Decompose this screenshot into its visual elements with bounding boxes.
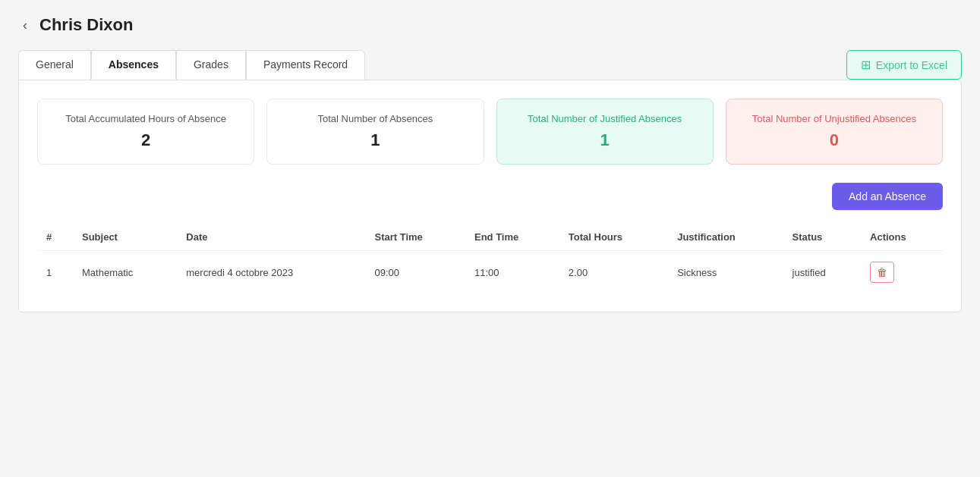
stat-justified-value: 1 (512, 130, 698, 150)
col-header-start-time: Start Time (366, 224, 465, 251)
stat-unjustified-value: 0 (742, 130, 927, 150)
cell-start-time: 09:00 (366, 251, 465, 294)
stat-accumulated-hours-label: Total Accumulated Hours of Absence (53, 113, 238, 124)
tab-general[interactable]: General (18, 50, 91, 80)
table-header-row: # Subject Date Start Time End Time Total… (37, 224, 943, 251)
stat-unjustified-label: Total Number of Unjustified Absences (742, 113, 927, 124)
stat-justified-label: Total Number of Justified Absences (512, 113, 698, 124)
stat-justified-absences: Total Number of Justified Absences 1 (496, 99, 714, 165)
cell-total-hours: 2.00 (559, 251, 668, 294)
absences-table: # Subject Date Start Time End Time Total… (37, 224, 943, 293)
page: ‹ Chris Dixon General Absences Grades Pa… (0, 0, 980, 477)
stats-row: Total Accumulated Hours of Absence 2 Tot… (37, 99, 943, 165)
cell-actions: 🗑 (861, 251, 943, 294)
page-header: ‹ Chris Dixon (18, 15, 962, 35)
col-header-subject: Subject (73, 224, 177, 251)
cell-date: mercredi 4 octobre 2023 (177, 251, 365, 294)
actions-row: Add an Absence (37, 183, 943, 210)
cell-justification: Sickness (668, 251, 783, 294)
col-header-end-time: End Time (465, 224, 559, 251)
col-header-justification: Justification (668, 224, 783, 251)
col-header-date: Date (177, 224, 365, 251)
tab-grades[interactable]: Grades (176, 50, 246, 80)
trash-icon: 🗑 (877, 266, 887, 278)
col-header-actions: Actions (861, 224, 943, 251)
cell-status: justified (783, 251, 861, 294)
cell-row-num: 1 (37, 251, 73, 294)
back-button[interactable]: ‹ (18, 16, 32, 35)
delete-button[interactable]: 🗑 (870, 262, 894, 283)
page-title: Chris Dixon (39, 15, 133, 35)
export-to-excel-button[interactable]: ⊞ Export to Excel (846, 50, 962, 80)
table-row: 1 Mathematic mercredi 4 octobre 2023 09:… (37, 251, 943, 294)
tab-absences[interactable]: Absences (91, 50, 176, 80)
content-area: Total Accumulated Hours of Absence 2 Tot… (18, 80, 962, 312)
tabs-and-export-bar: General Absences Grades Payments Record … (18, 50, 962, 80)
stat-accumulated-hours: Total Accumulated Hours of Absence 2 (37, 99, 254, 165)
cell-subject: Mathematic (73, 251, 177, 294)
tab-payments-record[interactable]: Payments Record (246, 50, 365, 80)
col-header-total-hours: Total Hours (559, 224, 668, 251)
cell-end-time: 11:00 (465, 251, 559, 294)
excel-icon: ⊞ (861, 58, 871, 72)
col-header-num: # (37, 224, 73, 251)
stat-unjustified-absences: Total Number of Unjustified Absences 0 (726, 99, 943, 165)
add-absence-button[interactable]: Add an Absence (832, 183, 943, 210)
stat-accumulated-hours-value: 2 (53, 130, 238, 150)
stat-total-absences-label: Total Number of Absences (282, 113, 468, 124)
stat-total-absences-value: 1 (282, 130, 468, 150)
col-header-status: Status (783, 224, 861, 251)
tab-bar: General Absences Grades Payments Record (18, 50, 365, 80)
stat-total-absences: Total Number of Absences 1 (266, 99, 484, 165)
export-button-label: Export to Excel (876, 59, 947, 71)
